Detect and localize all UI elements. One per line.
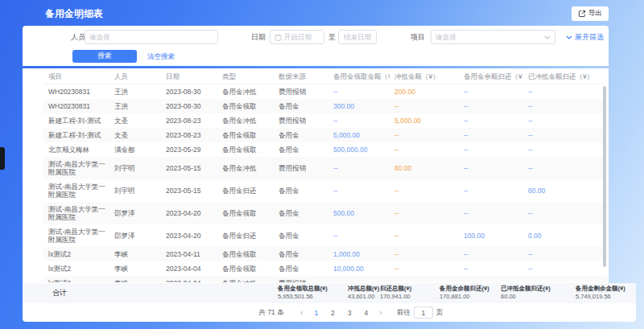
page-button-1[interactable]: 1 <box>314 309 318 317</box>
table-cell-balance_return: -- <box>459 261 523 276</box>
table-cell-project: lx测试2 <box>43 247 109 261</box>
chevron-down-icon <box>566 35 572 39</box>
start-date-input[interactable] <box>284 33 320 41</box>
column-header: 数据来源 <box>274 69 328 84</box>
pagination-total: 共 71 条 <box>259 308 284 318</box>
table-cell-offset_return: -- <box>523 113 607 128</box>
summary-item-label: 备用金领取总额(¥) <box>278 285 328 293</box>
person-input[interactable] <box>89 33 213 41</box>
vertical-scrollbar[interactable] <box>603 86 606 267</box>
table-cell-offset: -- <box>390 261 459 276</box>
page-button-4[interactable]: 4 <box>365 309 369 317</box>
summary-item-label: 已冲抵金额归还(¥) <box>501 285 551 293</box>
table-cell-date: 2023-08-30 <box>161 99 217 113</box>
table-cell-source: 备用金 <box>274 99 328 113</box>
export-button[interactable]: 导出 <box>572 6 609 21</box>
table-cell-offset: 200.00 <box>390 84 459 99</box>
table-cell-source: 备用金 <box>274 247 328 261</box>
summary-item: 已冲抵金额归还(¥)60.00 <box>501 285 551 301</box>
table-cell-person: 刘宇明 <box>109 161 161 175</box>
table-cell-source: 费用报销 <box>274 113 328 128</box>
app-screen: 备用金明细表 导出 人员 日期 <box>0 0 644 329</box>
table-cell-type: 备用金领取 <box>217 99 274 113</box>
table-cell-source: 备用金 <box>274 142 328 157</box>
table-cell-type: 备用金领取 <box>217 142 274 157</box>
project-select-input[interactable] <box>436 33 542 41</box>
side-drawer-handle[interactable] <box>0 147 5 170</box>
summary-item: 备用金余额归还(¥)170,881.00 <box>440 285 489 301</box>
table-row[interactable]: lx测试2李峡2023-04-04备用金领取备用金10,000.00------ <box>43 261 607 276</box>
table-cell-person: 李峡 <box>109 261 161 276</box>
column-header: 冲抵金额（¥） <box>390 69 459 84</box>
table-cell-offset: 5,000.00 <box>390 113 459 128</box>
table-cell-date: 2023-04-04 <box>161 276 217 282</box>
column-header: 备用金领取金额（¥） <box>328 69 390 84</box>
person-select[interactable] <box>85 30 218 44</box>
table-row[interactable]: 测试-南昌大学第一附属医院邵梦泽2023-04-20备用金归还备用金----10… <box>43 224 607 247</box>
table-cell-type: 备用金冲抵 <box>217 161 274 175</box>
table-cell-received: -- <box>328 183 390 198</box>
table-cell-received: 10,000.00 <box>328 261 390 276</box>
summary-item-value: 170,881.00 <box>440 293 489 301</box>
table-cell-balance_return: -- <box>459 128 523 142</box>
summary-item-value: 5,953,501.56 <box>278 293 328 301</box>
clear-search-link[interactable]: 清空搜索 <box>147 50 175 63</box>
summary-item-label: 冲抵总额(¥) <box>348 285 379 293</box>
table-cell-offset: -- <box>390 128 459 142</box>
next-page-button[interactable]: › <box>379 308 382 317</box>
table-row[interactable]: 北京顺义梅林满金都2023-05-29备用金领取备用金500,000.00---… <box>43 142 607 157</box>
person-label: 人员 <box>71 30 85 44</box>
table-cell-type: 备用金领取 <box>217 261 274 276</box>
table-cell-offset_return: 60.00 <box>523 183 607 198</box>
table-cell-project: lx测试2 <box>43 261 109 276</box>
table-row[interactable]: WH20230831王洪2023-08-30备用金冲抵费用报销--200.00-… <box>43 84 607 99</box>
table-cell-received: -- <box>328 276 390 282</box>
filter-panel: 人员 日期 至 项目 <box>23 26 609 66</box>
table-cell-received: 500,000.00 <box>328 142 390 157</box>
summary-item-value: 60.00 <box>501 293 551 301</box>
table-row[interactable]: lx测试2李峡2023-04-11备用金领取备用金1,000.00------ <box>43 247 607 261</box>
table-cell-person: 文圣 <box>109 113 161 128</box>
table-row[interactable]: 测试-南昌大学第一附属医院刘宇明2023-05-15备用金归还备用金------… <box>43 179 607 202</box>
table-cell-person: 王洪 <box>109 99 161 113</box>
table-cell-date: 2023-05-15 <box>161 183 217 198</box>
summary-item: 归还总额(¥)170,941.00 <box>380 285 411 301</box>
column-header: 已冲抵金额归还（¥） <box>523 69 607 84</box>
table-cell-project: 测试-南昌大学第一附属医院 <box>43 179 109 202</box>
data-table: 项目人员日期类型数据来源备用金领取金额（¥）冲抵金额（¥）备用金余额归还（¥）已… <box>43 68 607 282</box>
table-row[interactable]: lx测试2李峡2023-04-04备用金冲抵费用报销-------- <box>43 276 607 282</box>
start-date-picker[interactable] <box>270 30 324 44</box>
table-cell-offset_return: -- <box>523 247 607 261</box>
date-range-separator: 至 <box>328 30 336 44</box>
page-button-3[interactable]: 3 <box>348 309 352 317</box>
table-cell-received: 1,000.00 <box>328 247 390 261</box>
project-label: 项目 <box>411 30 425 44</box>
table-cell-offset_return: 0.00 <box>523 228 607 243</box>
summary-item: 冲抵总额(¥)43,601.00 <box>348 285 379 301</box>
table-cell-project: WH20230831 <box>43 84 109 99</box>
table-row[interactable]: 测试-南昌大学第一附属医院刘宇明2023-05-15备用金冲抵费用报销--60.… <box>43 157 607 179</box>
end-date-picker[interactable] <box>338 30 377 44</box>
end-date-input[interactable] <box>343 33 372 41</box>
table-cell-type: 备用金归还 <box>217 183 274 198</box>
pagination-bar: 共 71 条 ‹ 1234 › 前往 页 <box>66 303 636 322</box>
table-cell-project: lx测试2 <box>43 276 109 282</box>
table-cell-offset_return: -- <box>523 84 607 99</box>
project-select[interactable] <box>431 30 555 44</box>
table-cell-type: 备用金冲抵 <box>217 113 274 128</box>
table-row[interactable]: 新建工程-刘-测试文圣2023-08-23备用金领取备用金5,000.00---… <box>43 128 607 142</box>
expand-filters-link[interactable]: 展开筛选 <box>566 30 604 44</box>
table-cell-offset: -- <box>390 142 459 157</box>
table-cell-project: 新建工程-刘-测试 <box>43 128 109 142</box>
table-cell-project: 北京顺义梅林 <box>43 142 109 157</box>
summary-item-value: 170,941.00 <box>380 293 411 301</box>
search-button[interactable]: 搜索 <box>72 50 137 63</box>
previous-page-button[interactable]: ‹ <box>300 308 303 317</box>
page-button-2[interactable]: 2 <box>331 309 335 317</box>
table-cell-balance_return: -- <box>459 183 523 198</box>
table-row[interactable]: 新建工程-刘-测试文圣2023-08-23备用金冲抵费用报销--5,000.00… <box>43 113 607 128</box>
table-row[interactable]: WH20230831王洪2023-08-30备用金领取备用金300.00----… <box>43 99 607 113</box>
table-row[interactable]: 测试-南昌大学第一附属医院邵梦泽2023-04-20备用金领取备用金500.00… <box>43 202 607 224</box>
goto-page-input[interactable] <box>414 306 433 319</box>
page-title: 备用金明细表 <box>45 7 103 21</box>
